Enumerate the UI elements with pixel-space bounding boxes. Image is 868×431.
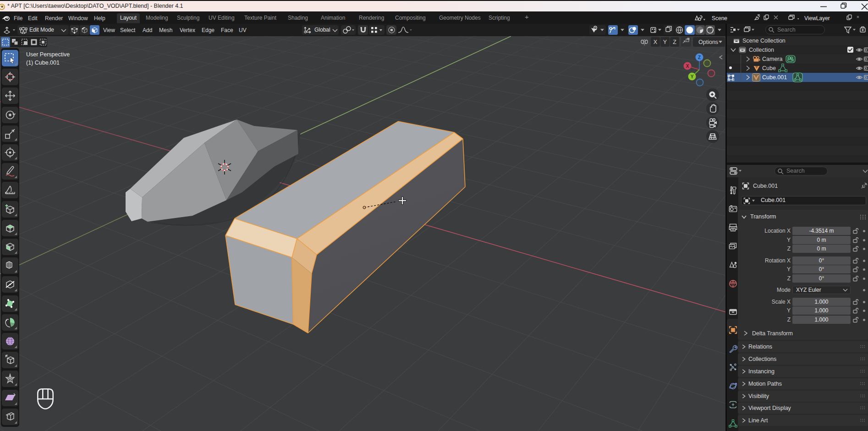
svg-text:(1) Cube.001: (1) Cube.001 [26,60,60,66]
svg-text:Y: Y [691,74,694,79]
svg-text:Z: Z [673,39,676,45]
svg-text:X: X [686,64,689,69]
svg-text:Y: Y [663,39,667,45]
svg-text:User Perspective: User Perspective [26,51,70,58]
svg-text:Z: Z [698,55,701,60]
svg-text:X: X [654,39,658,45]
svg-text:Options: Options [698,39,718,45]
